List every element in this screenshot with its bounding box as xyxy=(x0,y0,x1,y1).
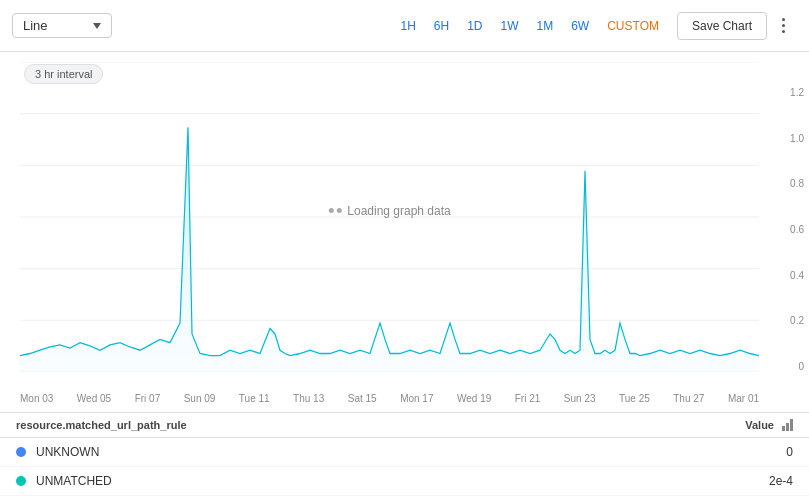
chart-type-dropdown[interactable]: Line xyxy=(12,13,112,38)
table-row: UNKNOWN 0 xyxy=(0,438,809,467)
x-label-6: Sat 15 xyxy=(348,393,377,404)
loading-text-label: Loading graph data xyxy=(347,204,450,218)
legend-value-unknown: 0 xyxy=(786,445,793,459)
x-label-1: Wed 05 xyxy=(77,393,111,404)
toolbar: Line 1H 6H 1D 1W 1M 6W CUSTOM Save Chart xyxy=(0,0,809,52)
table-row: UNMATCHED 2e-4 xyxy=(0,467,809,496)
x-label-8: Wed 19 xyxy=(457,393,491,404)
x-label-13: Mar 01 xyxy=(728,393,759,404)
time-btn-custom[interactable]: CUSTOM xyxy=(599,15,667,37)
legend-label-unknown: UNKNOWN xyxy=(36,445,786,459)
time-btn-6h[interactable]: 6H xyxy=(426,15,457,37)
dropdown-arrow-icon xyxy=(93,23,101,29)
x-label-4: Tue 11 xyxy=(239,393,270,404)
legend-dot-unknown xyxy=(16,447,26,457)
legend-value-unmatched: 2e-4 xyxy=(769,474,793,488)
loading-indicator: Loading graph data xyxy=(328,204,450,218)
chart-line xyxy=(20,127,759,355)
y-label-02: 0.2 xyxy=(790,315,804,326)
more-vert-icon xyxy=(782,18,785,33)
chart-svg-wrapper: Loading graph data xyxy=(20,62,759,372)
save-chart-button[interactable]: Save Chart xyxy=(677,12,767,40)
chart-area: 3 hr interval xyxy=(0,52,809,412)
y-label-08: 0.8 xyxy=(790,178,804,189)
time-btn-1m[interactable]: 1M xyxy=(529,15,562,37)
y-label-04: 0.4 xyxy=(790,270,804,281)
y-label-10: 1.0 xyxy=(790,133,804,144)
legend-dot-unmatched xyxy=(16,476,26,486)
x-label-10: Sun 23 xyxy=(564,393,596,404)
time-btn-6w[interactable]: 6W xyxy=(563,15,597,37)
data-legend-table: resource.matched_url_path_rule Value UNK… xyxy=(0,412,809,496)
time-range-buttons: 1H 6H 1D 1W 1M 6W CUSTOM Save Chart xyxy=(392,12,797,40)
x-label-11: Tue 25 xyxy=(619,393,650,404)
time-btn-1h[interactable]: 1H xyxy=(392,15,423,37)
chart-area-fill xyxy=(20,127,759,372)
loading-dots-icon xyxy=(328,208,341,213)
x-label-0: Mon 03 xyxy=(20,393,53,404)
more-options-button[interactable] xyxy=(769,12,797,40)
x-label-5: Thu 13 xyxy=(293,393,324,404)
data-table-header: resource.matched_url_path_rule Value xyxy=(0,413,809,438)
y-axis-labels: 1.2 1.0 0.8 0.6 0.4 0.2 0 xyxy=(790,87,804,372)
x-label-3: Sun 09 xyxy=(184,393,216,404)
x-axis-labels: Mon 03 Wed 05 Fri 07 Sun 09 Tue 11 Thu 1… xyxy=(20,393,759,404)
legend-label-unmatched: UNMATCHED xyxy=(36,474,769,488)
bar-chart-icon[interactable] xyxy=(782,419,793,431)
time-btn-1d[interactable]: 1D xyxy=(459,15,490,37)
interval-badge: 3 hr interval xyxy=(24,64,103,84)
column-name-header: resource.matched_url_path_rule xyxy=(16,419,745,431)
x-label-9: Fri 21 xyxy=(515,393,541,404)
y-label-06: 0.6 xyxy=(790,224,804,235)
x-label-12: Thu 27 xyxy=(673,393,704,404)
time-btn-1w[interactable]: 1W xyxy=(493,15,527,37)
x-label-2: Fri 07 xyxy=(135,393,161,404)
y-label-12: 1.2 xyxy=(790,87,804,98)
column-value-header: Value xyxy=(745,419,774,431)
x-label-7: Mon 17 xyxy=(400,393,433,404)
y-label-0: 0 xyxy=(798,361,804,372)
chart-type-label: Line xyxy=(23,18,87,33)
